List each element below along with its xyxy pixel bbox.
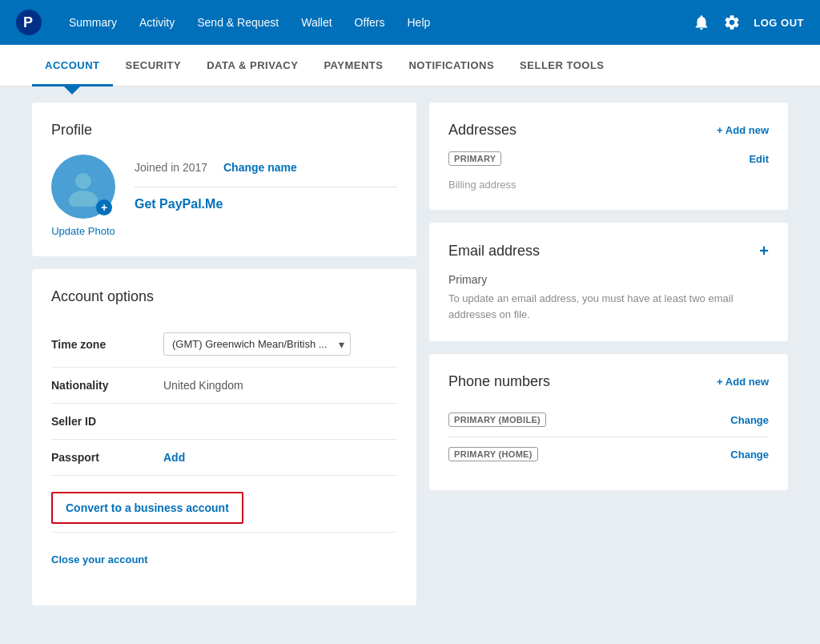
phone-mobile-badge: PRIMARY (MOBILE) [448,413,546,427]
settings-icon[interactable] [723,14,741,31]
avatar-container[interactable]: + Update Photo [51,155,115,237]
email-primary-label: Primary [448,273,769,286]
addresses-edit-button[interactable]: Edit [749,153,769,165]
convert-cell: Convert to a business account [51,476,397,533]
phone-home-change[interactable]: Change [730,449,769,461]
seller-id-row: Seller ID [51,404,397,440]
paypal-me-link[interactable]: Get PayPal.Me [135,197,397,211]
avatar: + [51,155,115,219]
phone-header: Phone numbers + Add new [448,373,769,390]
add-phone-button[interactable]: + Add new [717,376,769,388]
nav-seller-tools[interactable]: SELLER TOOLS [507,45,617,87]
paypal-logo: P [16,10,42,35]
add-address-button[interactable]: + Add new [717,124,769,136]
phone-home-badge: PRIMARY (HOME) [448,447,538,461]
left-column: Profile + Update Photo Joined in 2017 [32,103,416,606]
nav-active-indicator [64,87,80,95]
addresses-header: Addresses + Add new [448,122,769,139]
account-options-title: Account options [51,288,397,305]
profile-section: + Update Photo Joined in 2017 Change nam… [51,155,397,237]
joined-text: Joined in 2017 Change name [135,161,397,187]
avatar-add-icon: + [96,199,112,215]
nationality-value: United Kingdom [163,368,397,404]
secondary-navigation: ACCOUNT SECURITY DATA & PRIVACY PAYMENTS… [0,45,820,87]
convert-row: Convert to a business account [51,476,397,533]
addresses-title: Addresses [448,122,517,139]
nav-wallet[interactable]: Wallet [290,0,343,45]
phone-row-mobile: PRIMARY (MOBILE) Change [448,403,769,437]
billing-address-text: Billing address [448,179,769,191]
nav-data-privacy[interactable]: DATA & PRIVACY [194,45,311,87]
nav-account[interactable]: ACCOUNT [32,45,113,87]
nav-summary[interactable]: Summary [58,0,128,45]
timezone-select[interactable]: (GMT) Greenwich Mean/British ... [163,332,351,356]
email-header: Email address + [448,242,769,260]
right-column: Addresses + Add new PRIMARY Edit Billing… [429,103,788,606]
close-account-link[interactable]: Close your account [51,544,397,575]
account-options-card: Account options Time zone (GMT) Greenwic… [32,269,416,606]
timezone-value: (GMT) Greenwich Mean/British ... [163,321,397,368]
email-card: Email address + Primary To update an ema… [429,223,788,341]
nav-notifications[interactable]: NOTIFICATIONS [396,45,507,87]
nationality-label: Nationality [51,368,163,404]
convert-business-button[interactable]: Convert to a business account [51,492,243,524]
timezone-label: Time zone [51,321,163,368]
passport-add-link[interactable]: Add [163,451,185,464]
email-title: Email address [448,243,540,260]
seller-id-label: Seller ID [51,404,163,440]
nav-send-request[interactable]: Send & Request [186,0,290,45]
top-nav-links: Summary Activity Send & Request Wallet O… [58,0,693,45]
nav-payments[interactable]: PAYMENTS [311,45,396,87]
svg-text:P: P [23,14,33,30]
top-nav-right: LOG OUT [693,14,804,31]
passport-value: Add [163,440,397,476]
logout-button[interactable]: LOG OUT [754,17,804,29]
phone-row-home: PRIMARY (HOME) Change [448,437,769,471]
timezone-row: Time zone (GMT) Greenwich Mean/British .… [51,321,397,368]
profile-card: Profile + Update Photo Joined in 2017 [32,103,416,256]
nationality-row: Nationality United Kingdom [51,368,397,404]
svg-point-3 [69,191,98,207]
account-options-table: Time zone (GMT) Greenwich Mean/British .… [51,321,397,586]
notifications-icon[interactable] [693,14,710,31]
phone-mobile-change[interactable]: Change [730,414,769,426]
addresses-card: Addresses + Add new PRIMARY Edit Billing… [429,103,788,210]
profile-info: Joined in 2017 Change name Get PayPal.Me [135,155,397,211]
nav-help[interactable]: Help [396,0,441,45]
phone-numbers-card: Phone numbers + Add new PRIMARY (MOBILE)… [429,354,788,490]
nav-activity[interactable]: Activity [128,0,186,45]
close-account-cell: Close your account [51,533,397,587]
addresses-primary-badge: PRIMARY [448,151,501,166]
phone-title: Phone numbers [448,373,550,390]
add-email-button[interactable]: + [759,242,769,260]
change-name-button[interactable]: Change name [223,161,297,174]
addresses-primary-row: PRIMARY Edit [448,151,769,166]
nav-security[interactable]: SECURITY [113,45,195,87]
timezone-wrapper[interactable]: (GMT) Greenwich Mean/British ... [163,332,351,356]
passport-row: Passport Add [51,440,397,476]
profile-title: Profile [51,122,397,139]
update-photo-label[interactable]: Update Photo [51,225,115,237]
passport-label: Passport [51,440,163,476]
person-icon [63,167,103,207]
main-content: Profile + Update Photo Joined in 2017 [0,87,820,622]
nav-offers[interactable]: Offers [344,0,396,45]
top-navigation: P Summary Activity Send & Request Wallet… [0,0,820,45]
close-account-row: Close your account [51,533,397,587]
svg-point-2 [75,173,91,189]
seller-id-value [163,404,397,440]
email-info-text: To update an email address, you must hav… [448,291,769,322]
